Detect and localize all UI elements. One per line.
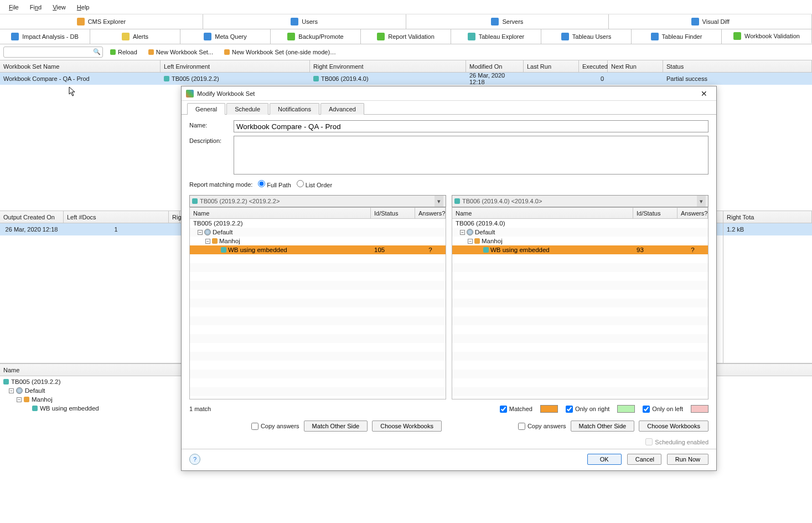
search-input[interactable] bbox=[3, 47, 103, 58]
tab-label: Backup/Promote bbox=[298, 33, 343, 40]
tree-wb-row[interactable]: WB using embedded 93 ? bbox=[452, 245, 708, 254]
col-answers[interactable]: Answers? bbox=[415, 208, 446, 218]
tab-cms-explorer[interactable]: CMS Explorer bbox=[0, 14, 203, 29]
name-input[interactable] bbox=[234, 120, 708, 132]
col-last-run[interactable]: Last Run bbox=[524, 60, 579, 72]
col-status[interactable]: Status bbox=[663, 60, 812, 72]
run-now-button[interactable]: Run Now bbox=[667, 454, 708, 465]
collapse-icon[interactable]: − bbox=[198, 230, 203, 235]
cancel-button[interactable]: Cancel bbox=[627, 454, 661, 465]
tab-report-validation[interactable]: Report Validation bbox=[361, 29, 451, 44]
scheduling-enabled[interactable]: Scheduling enabled bbox=[645, 438, 708, 445]
tree-default[interactable]: −Default bbox=[452, 228, 708, 237]
copy-answers-right[interactable]: Copy answers bbox=[518, 423, 566, 430]
legend-matched[interactable]: Matched bbox=[500, 406, 532, 413]
reload-button[interactable]: Reload bbox=[106, 47, 141, 57]
sql-icon bbox=[204, 33, 211, 40]
tree-root[interactable]: TB006 (2019.4.0) bbox=[452, 219, 708, 228]
tree-root[interactable]: TB005 (2019.2.2) bbox=[190, 219, 446, 228]
tab-workbook-validation[interactable]: Workbook Validation bbox=[722, 29, 812, 44]
help-button[interactable]: ? bbox=[189, 454, 200, 465]
toolbar: 🔍 Reload New Workbook Set... New Workboo… bbox=[0, 44, 812, 60]
menu-file[interactable]: File bbox=[3, 2, 24, 13]
plus-icon bbox=[148, 49, 154, 55]
col-output-created[interactable]: Output Created On bbox=[0, 211, 64, 223]
new-workbook-set-oneside-button[interactable]: New Workbook Set (one-side mode)… bbox=[220, 47, 340, 57]
right-env-combo[interactable]: TB006 (2019.4.0) <2019.4.0>▾ bbox=[452, 195, 708, 207]
collapse-icon[interactable]: − bbox=[9, 388, 14, 393]
swatch-matched bbox=[540, 405, 558, 413]
tree-default[interactable]: −Default bbox=[190, 228, 446, 237]
collapse-icon[interactable]: − bbox=[460, 230, 465, 235]
button-label: New Workbook Set (one-side mode)… bbox=[232, 49, 336, 55]
radio-list-order[interactable]: List Order bbox=[297, 180, 332, 188]
refresh-icon bbox=[110, 49, 116, 55]
tree-manhoj[interactable]: −Manhoj bbox=[190, 237, 446, 245]
col-executed[interactable]: Executed bbox=[579, 60, 608, 72]
ok-button[interactable]: OK bbox=[587, 454, 622, 465]
copy-answers-left[interactable]: Copy answers bbox=[251, 423, 299, 430]
menu-view[interactable]: View bbox=[47, 2, 71, 13]
tableau-icon bbox=[468, 33, 475, 40]
diff-icon bbox=[691, 18, 699, 25]
tab-tableau-finder[interactable]: Tableau Finder bbox=[632, 29, 722, 44]
radio-full-path[interactable]: Full Path bbox=[258, 180, 291, 188]
tree-wb-row[interactable]: WB using embedded 105 ? bbox=[190, 245, 446, 254]
tab-alerts[interactable]: Alerts bbox=[90, 29, 180, 44]
col-left-docs[interactable]: Left #Docs bbox=[64, 211, 169, 223]
cell-nextrun bbox=[608, 73, 663, 85]
cell-name: Workbook Compare - QA - Prod bbox=[0, 73, 161, 85]
col-next-run[interactable]: Next Run bbox=[608, 60, 663, 72]
description-label: Description: bbox=[189, 136, 228, 144]
tab-notifications[interactable]: Notifications bbox=[270, 103, 319, 115]
collapse-icon[interactable]: − bbox=[205, 239, 210, 244]
col-left-env[interactable]: Left Environment bbox=[161, 60, 310, 72]
col-idstatus[interactable]: Id/Status bbox=[633, 208, 677, 218]
col-name[interactable]: Name bbox=[190, 208, 371, 218]
tree-manhoj[interactable]: −Manhoj bbox=[452, 237, 708, 245]
menu-find[interactable]: Find bbox=[24, 2, 47, 13]
collapse-icon[interactable]: − bbox=[468, 239, 473, 244]
choose-workbooks-right[interactable]: Choose Workbooks bbox=[639, 421, 708, 432]
cell-size: 1.2 kB bbox=[723, 223, 812, 235]
col-idstatus[interactable]: Id/Status bbox=[371, 208, 415, 218]
tab-meta-query[interactable]: Meta Query bbox=[180, 29, 271, 44]
match-other-side-left[interactable]: Match Other Side bbox=[304, 421, 368, 432]
menu-help[interactable]: Help bbox=[71, 2, 95, 13]
grid-row[interactable]: Workbook Compare - QA - Prod TB005 (2019… bbox=[0, 73, 812, 85]
close-button[interactable]: ✕ bbox=[696, 89, 712, 98]
workbook-icon bbox=[32, 406, 38, 411]
col-right-truncated[interactable]: Rig bbox=[169, 211, 180, 223]
tab-visual-diff[interactable]: Visual Diff bbox=[609, 14, 812, 29]
tab-schedule[interactable]: Schedule bbox=[226, 103, 268, 115]
col-workbook-set-name[interactable]: Workbook Set Name bbox=[0, 60, 161, 72]
tab-users[interactable]: Users bbox=[203, 14, 406, 29]
choose-workbooks-left[interactable]: Choose Workbooks bbox=[372, 421, 442, 432]
tab-backup-promote[interactable]: Backup/Promote bbox=[271, 29, 361, 44]
col-right-env[interactable]: Right Environment bbox=[310, 60, 466, 72]
tab-general[interactable]: General bbox=[187, 103, 225, 115]
tab-tableau-users[interactable]: Tableau Users bbox=[541, 29, 632, 44]
folder-icon bbox=[474, 238, 480, 244]
left-env-combo[interactable]: TB005 (2019.2.2) <2019.2.2>▾ bbox=[189, 195, 446, 207]
new-workbook-set-button[interactable]: New Workbook Set... bbox=[144, 47, 217, 57]
col-name[interactable]: Name bbox=[452, 208, 633, 218]
legend-only-left[interactable]: Only on left bbox=[643, 406, 683, 413]
swatch-only-left bbox=[691, 405, 708, 413]
match-other-side-right[interactable]: Match Other Side bbox=[571, 421, 635, 432]
collapse-icon[interactable]: − bbox=[17, 397, 22, 402]
tab-tableau-explorer[interactable]: Tableau Explorer bbox=[451, 29, 541, 44]
col-modified-on[interactable]: Modified On bbox=[466, 60, 524, 72]
chevron-down-icon: ▾ bbox=[697, 196, 706, 207]
legend-only-right[interactable]: Only on right bbox=[566, 406, 609, 413]
tab-advanced[interactable]: Advanced bbox=[320, 103, 364, 115]
col-answers[interactable]: Answers? bbox=[677, 208, 708, 218]
globe-icon bbox=[467, 229, 473, 235]
tab-label: Report Validation bbox=[388, 33, 435, 40]
description-input[interactable] bbox=[234, 136, 708, 175]
button-label: Reload bbox=[118, 49, 137, 55]
col-right-total[interactable]: Right Tota bbox=[723, 211, 812, 223]
dialog-titlebar: Modify Workbook Set ✕ bbox=[182, 86, 716, 101]
tab-servers[interactable]: Servers bbox=[406, 14, 609, 29]
tab-impact-analysis[interactable]: Impact Analysis - DB bbox=[0, 29, 90, 44]
